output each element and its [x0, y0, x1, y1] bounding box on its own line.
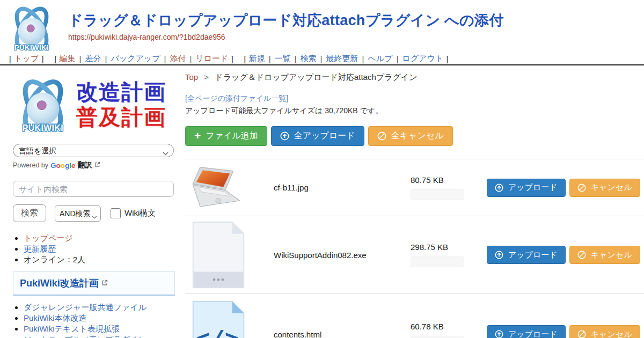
language-select[interactable]: 言語を選択: [13, 144, 174, 157]
search-button[interactable]: 検索: [13, 204, 46, 222]
list-item: オンライン：2人: [24, 255, 176, 264]
sidebar-item-history[interactable]: 更新履歴: [24, 244, 56, 253]
cancel-button[interactable]: キャンセル: [569, 179, 640, 197]
upload-actions: + ファイル追加 全アップロード 全キャンセル: [185, 126, 644, 146]
upload-button[interactable]: アップロード: [487, 179, 566, 197]
wiki-syntax-checkbox[interactable]: [111, 208, 121, 218]
sidebar-heading-link[interactable]: PukiWiki改造計画: [20, 277, 99, 290]
separator: |: [269, 54, 271, 63]
file-row: cf-b11.jpg 80.75 KB アップロード: [185, 159, 644, 216]
page-header: ドラッグ＆ドロップアップロード対応attachプラグイン への添付 https:…: [0, 0, 644, 52]
nav-item-top[interactable]: トップ: [14, 54, 39, 64]
pukiwiki-atom-logo: [13, 74, 73, 135]
separator: |: [164, 54, 166, 63]
sidebar-item-core-mod[interactable]: PukiWiki本体改造: [24, 313, 87, 322]
laptop-photo-thumbnail: [185, 166, 274, 209]
nav-item-reload[interactable]: リロード: [195, 54, 228, 64]
file-upload-list: cf-b11.jpg 80.75 KB アップロード: [185, 159, 644, 338]
separator: |: [295, 54, 297, 63]
ban-icon: [577, 330, 586, 338]
external-link-icon: [94, 161, 100, 169]
breadcrumb-separator: >: [204, 72, 209, 82]
file-size: 298.75 KB: [411, 243, 487, 252]
sidebar-online-count: オンライン：2人: [24, 255, 85, 264]
page-title: ドラッグ＆ドロップアップロード対応attachプラグイン への添付: [68, 12, 644, 29]
upload-all-button[interactable]: 全アップロード: [271, 126, 364, 146]
nav-item-diff[interactable]: 差分: [85, 54, 101, 64]
site-search-input[interactable]: [13, 181, 174, 197]
bracket: ]: [231, 54, 233, 63]
separator: |: [189, 54, 192, 63]
page-url-link[interactable]: https://pukiwiki.dajya-ranger.com/?1bd2d…: [68, 33, 225, 41]
bracket: ]: [446, 54, 448, 63]
add-file-button[interactable]: + ファイル追加: [185, 126, 267, 146]
max-upload-size-text: アップロード可能最大ファイルサイズは 30,720KB です。: [185, 106, 644, 116]
arrow-circle-up-icon: [495, 183, 503, 192]
nav-item-attach[interactable]: 添付: [170, 54, 186, 64]
file-size: 80.75 KB: [411, 175, 487, 185]
ban-icon: [377, 131, 386, 141]
file-size: 60.78 KB: [411, 322, 487, 331]
upload-progress-bar: [411, 189, 464, 200]
nav-item-search[interactable]: 検索: [301, 54, 317, 64]
separator: |: [362, 54, 364, 63]
bracket: [: [9, 54, 11, 63]
ban-icon: [577, 251, 586, 259]
nav-item-logout[interactable]: ログアウト: [402, 54, 443, 64]
nav-item-new[interactable]: 新規: [249, 54, 265, 64]
list-item: 更新履歴: [24, 245, 176, 254]
sidebar-item-common-files[interactable]: ダジャレンジャー版共通ファイル: [24, 303, 147, 312]
cancel-all-button[interactable]: 全キャンセル: [368, 126, 453, 146]
banner-text-kaizou: 改造計画: [76, 79, 166, 105]
sidebar-plugin-links: ダジャレンジャー版共通ファイル PukiWiki本体改造 PukiWikiテキス…: [13, 303, 176, 338]
arrow-circle-up-icon: [280, 131, 289, 141]
nav-item-list[interactable]: 一覧: [275, 54, 291, 64]
plus-icon: +: [194, 130, 201, 141]
bracket: [: [244, 54, 246, 63]
all-pages-attach-list-link[interactable]: [全ページの添付ファイル一覧]: [185, 94, 288, 104]
sidebar-quick-links: トップページ 更新履歴 オンライン：2人: [13, 234, 176, 264]
generic-file-icon: [185, 221, 274, 289]
breadcrumb-home[interactable]: Top: [185, 72, 198, 82]
sidebar-item-text-ext[interactable]: PukiWikiテキスト表現拡張: [24, 324, 120, 333]
top-navbar: [ トップ ] [ 編集 | 差分 | バックアップ | 添付 | リロード ]…: [0, 52, 644, 65]
sidebar-item-toppage[interactable]: トップページ: [24, 233, 73, 243]
sidebar-banner[interactable]: 改造計画 普及計画: [13, 74, 176, 135]
bracket: [: [54, 54, 56, 63]
file-row: WikiSupportAddin082.exe 298.75 KB アップロード: [185, 216, 644, 294]
file-name: contents.html: [274, 330, 411, 338]
nav-item-help[interactable]: ヘルプ: [368, 54, 392, 64]
list-item: トップページ: [24, 234, 176, 243]
sidebar-item-sort-table[interactable]: ソートテーブル（表）プラグイン: [24, 335, 147, 338]
html-code-file-icon: </>: [185, 300, 274, 338]
wiki-syntax-label: Wiki構文: [125, 208, 156, 218]
google-logo: Google: [50, 161, 76, 170]
ban-icon: [577, 183, 586, 192]
upload-button[interactable]: アップロード: [487, 325, 566, 338]
banner-text-fukyuu: 普及計画: [76, 105, 166, 130]
list-item: PukiWikiテキスト表現拡張: [24, 325, 176, 334]
nav-item-backup[interactable]: バックアップ: [111, 54, 160, 64]
file-name: WikiSupportAddin082.exe: [274, 251, 411, 260]
nav-item-recent[interactable]: 最終更新: [326, 54, 358, 64]
upload-button[interactable]: アップロード: [487, 246, 566, 264]
external-link-icon: [101, 278, 108, 288]
separator: |: [320, 54, 323, 63]
translate-link[interactable]: 翻訳: [78, 160, 92, 170]
nav-item-edit[interactable]: 編集: [60, 54, 76, 64]
cancel-button[interactable]: キャンセル: [569, 325, 640, 338]
list-item: PukiWiki本体改造: [24, 314, 176, 323]
arrow-circle-up-icon: [495, 251, 503, 259]
upload-progress-bar: [411, 256, 464, 267]
separator: |: [105, 54, 107, 63]
breadcrumb: Top > ドラッグ＆ドロップアップロード対応attachプラグイン: [185, 72, 644, 83]
file-row: </> contents.html 60.78 KB アップロード: [185, 294, 644, 338]
list-item: ダジャレンジャー版共通ファイル: [24, 303, 176, 312]
svg-text:</>: </>: [195, 327, 239, 338]
main-content: Top > ドラッグ＆ドロップアップロード対応attachプラグイン [全ページ…: [178, 65, 644, 338]
pukiwiki-atom-logo[interactable]: [6, 2, 57, 54]
search-mode-select[interactable]: AND検索: [55, 205, 101, 222]
separator: |: [79, 54, 82, 63]
cancel-button[interactable]: キャンセル: [569, 246, 640, 264]
sidebar-heading-box[interactable]: PukiWiki改造計画: [13, 271, 175, 296]
